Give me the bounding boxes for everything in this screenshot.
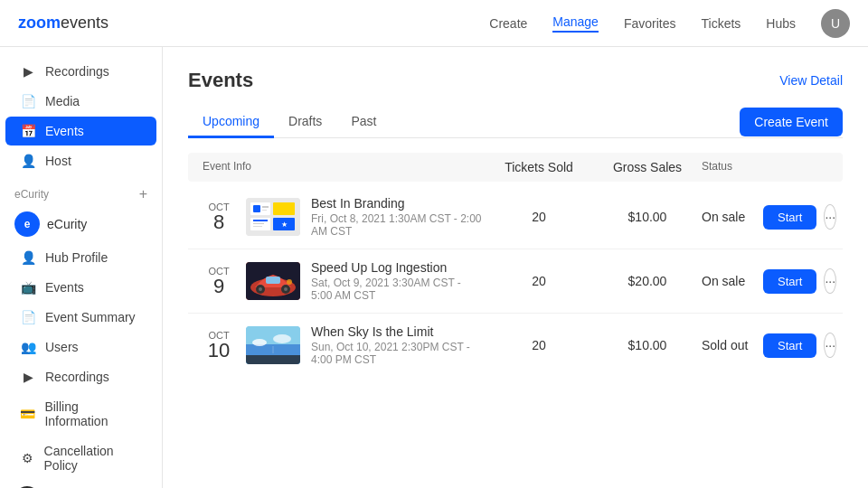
nav-hubs[interactable]: Hubs: [766, 16, 796, 31]
event-day-2: 9: [203, 277, 235, 296]
event-info-2: OCT 9: [203, 260, 485, 302]
sidebar-item-users[interactable]: 👥 Users: [5, 333, 156, 361]
top-navigation: zoomevents Create Manage Favorites Ticke…: [0, 0, 868, 47]
svg-rect-22: [246, 355, 300, 364]
svg-text:★: ★: [281, 221, 288, 229]
logo-events: events: [61, 14, 108, 33]
start-button-2[interactable]: Start: [763, 269, 816, 294]
event-time-3: Sun, Oct 10, 2021 2:30PM CST - 4:00 PM C…: [311, 341, 485, 366]
status-badge-1: On sale: [702, 210, 756, 224]
svg-rect-7: [253, 223, 264, 224]
svg-point-23: [252, 339, 267, 346]
event-thumb-3: [246, 326, 300, 364]
thumb-sky-img: [246, 326, 300, 364]
cancellation-icon: ⚙: [20, 451, 35, 465]
sidebar-item-media-label: Media: [45, 94, 80, 108]
svg-point-24: [273, 334, 291, 343]
event-details-3: When Sky Is the Limit Sun, Oct 10, 2021 …: [311, 324, 485, 366]
svg-rect-2: [253, 205, 260, 212]
media-icon: 📄: [20, 94, 36, 108]
ecurity-hub-label: eCurity: [47, 217, 87, 231]
sidebar-item-billing-label: Billing Information: [44, 399, 142, 428]
start-button-3[interactable]: Start: [763, 333, 816, 358]
events-1-icon: 📺: [20, 280, 36, 295]
tickets-sold-1: 20: [485, 210, 593, 224]
event-details-2: Speed Up Log Ingestion Sat, Oct 9, 2021 …: [311, 260, 485, 302]
sidebar-item-recordings[interactable]: ▶ Recordings: [5, 57, 156, 86]
table-header: Event Info Tickets Sold Gross Sales Stat…: [188, 153, 843, 182]
sidebar-section-ecurity: eCurity +: [0, 179, 162, 206]
gross-sales-1: $10.00: [593, 210, 702, 224]
tab-upcoming[interactable]: Upcoming: [188, 107, 274, 138]
svg-point-19: [287, 279, 292, 285]
tabs-left: Upcoming Drafts Past: [188, 107, 391, 137]
sidebar-item-media[interactable]: 📄 Media: [5, 87, 156, 116]
event-thumb-2: [246, 262, 300, 300]
event-details-1: Best In Branding Fri, Oct 8, 2021 1:30AM…: [311, 196, 485, 238]
nav-create[interactable]: Create: [489, 16, 527, 31]
sidebar-item-events-1[interactable]: 📺 Events: [5, 273, 156, 302]
nav-favorites[interactable]: Favorites: [624, 16, 676, 31]
tab-past[interactable]: Past: [336, 107, 391, 138]
nav-manage[interactable]: Manage: [552, 14, 599, 33]
ecurity-hub-icon: e: [14, 211, 40, 237]
more-button-2[interactable]: ···: [824, 268, 836, 294]
event-day-3: 10: [203, 341, 235, 361]
sidebar-item-events-1-label: Events: [45, 280, 84, 295]
sidebar-item-recordings-1-label: Recordings: [45, 370, 109, 384]
sidebar-item-ecurity-hub[interactable]: e eCurity: [0, 206, 162, 242]
section-ecurity-label: eCurity: [14, 188, 49, 201]
event-name-1: Best In Branding: [311, 196, 485, 211]
tab-drafts[interactable]: Drafts: [274, 107, 336, 138]
sidebar-item-cancellation-label: Cancellation Policy: [44, 444, 142, 473]
svg-point-16: [259, 287, 262, 291]
col-gross-sales: Gross Sales: [593, 160, 702, 174]
create-event-button[interactable]: Create Event: [740, 108, 843, 136]
sidebar-item-host[interactable]: 👤 Host: [5, 146, 156, 175]
sidebar-item-event-summary[interactable]: 📄 Event Summary: [5, 303, 156, 332]
thumb-branding-img: ★: [246, 198, 300, 236]
sidebar-item-hub-profile-1-label: Hub Profile: [45, 250, 108, 265]
start-button-1[interactable]: Start: [763, 205, 816, 230]
sidebar-item-ecurity-mobile-hub[interactable]: e eCurity Mobile: [0, 481, 162, 488]
content-header: Events View Detail: [188, 69, 843, 92]
sidebar-item-billing[interactable]: 💳 Billing Information: [5, 392, 156, 436]
view-detail-link[interactable]: View Detail: [779, 73, 843, 88]
gross-sales-2: $20.00: [593, 274, 702, 288]
add-hub-button[interactable]: +: [139, 186, 147, 202]
status-col-3: Sold out Start ···: [702, 333, 828, 358]
sidebar-item-events[interactable]: 📅 Events: [5, 117, 156, 145]
event-day-1: 8: [203, 212, 235, 232]
sidebar-item-hub-profile-1[interactable]: 👤 Hub Profile: [5, 243, 156, 272]
more-button-1[interactable]: ···: [824, 204, 836, 230]
sidebar-item-recordings-label: Recordings: [45, 64, 109, 79]
event-date-2: OCT 9: [203, 266, 235, 296]
svg-rect-8: [253, 226, 262, 227]
svg-rect-4: [262, 210, 267, 211]
event-name-3: When Sky Is the Limit: [311, 324, 485, 339]
main-content: Events View Detail Upcoming Drafts Past …: [163, 47, 868, 488]
svg-rect-9: [273, 202, 295, 215]
sidebar-item-users-label: Users: [45, 340, 79, 354]
event-date-3: OCT 10: [203, 330, 235, 361]
sidebar-item-cancellation[interactable]: ⚙ Cancellation Policy: [5, 436, 156, 480]
table-row: OCT 10: [188, 314, 843, 377]
users-icon: 👥: [20, 340, 36, 354]
status-badge-2: On sale: [702, 274, 756, 288]
user-avatar[interactable]: U: [821, 9, 850, 38]
event-info-3: OCT 10: [203, 324, 485, 366]
sidebar-item-recordings-1[interactable]: ▶ Recordings: [5, 362, 156, 391]
recordings-icon: ▶: [20, 64, 36, 79]
event-date-1: OCT 8: [203, 202, 235, 232]
nav-tickets[interactable]: Tickets: [701, 16, 741, 31]
gross-sales-3: $10.00: [593, 338, 702, 352]
more-button-3[interactable]: ···: [824, 333, 836, 358]
event-name-2: Speed Up Log Ingestion: [311, 260, 485, 275]
status-col-1: On sale Start ···: [702, 204, 828, 230]
host-icon: 👤: [20, 154, 36, 168]
col-status: Status: [702, 160, 828, 174]
events-icon: 📅: [20, 124, 36, 138]
thumb-car-img: [246, 262, 300, 300]
billing-icon: 💳: [20, 407, 35, 421]
page-title: Events: [188, 69, 253, 92]
